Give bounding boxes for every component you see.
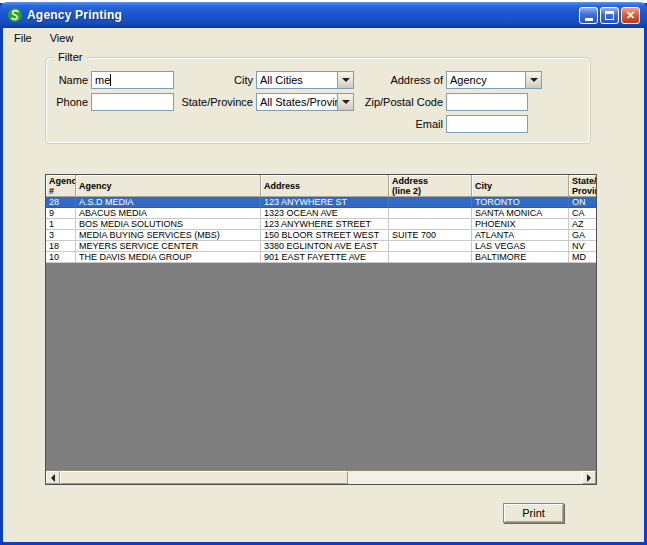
scroll-left-button[interactable] <box>46 471 60 484</box>
scroll-left-arrow-icon <box>51 474 55 482</box>
minimize-icon <box>585 18 593 21</box>
city-dropdown-button[interactable] <box>337 72 353 88</box>
address-of-label: Address of <box>373 74 443 86</box>
table-cell: LAS VEGAS <box>472 241 569 252</box>
name-input[interactable] <box>91 71 174 89</box>
table-cell: PHOENIX <box>472 219 569 230</box>
horizontal-scrollbar[interactable] <box>46 470 596 484</box>
table-cell: SUITE 700 <box>389 230 472 241</box>
city-select-value: All Cities <box>257 74 337 86</box>
table-cell: ON <box>569 197 596 208</box>
table-cell: A.S.D MEDIA <box>76 197 261 208</box>
scrollbar-thumb[interactable] <box>60 471 348 484</box>
table-cell: CA <box>569 208 596 219</box>
table-row[interactable]: 9ABACUS MEDIA1323 OCEAN AVESANTA MONICAC… <box>46 208 596 219</box>
phone-label: Phone <box>23 96 88 108</box>
close-icon: ✕ <box>626 10 635 21</box>
table-cell <box>389 208 472 219</box>
table-cell: 3380 EGLINTON AVE EAST <box>261 241 389 252</box>
email-label: Email <box>373 118 443 130</box>
column-header-agency[interactable]: Agency <box>76 175 261 197</box>
address-of-select[interactable]: Agency <box>446 71 542 89</box>
table-cell: 3 <box>46 230 76 241</box>
scroll-right-button[interactable] <box>582 471 596 484</box>
title-bar: Agency Printing ✕ <box>0 2 647 28</box>
table-row[interactable]: 10THE DAVIS MEDIA GROUP901 EAST FAYETTE … <box>46 252 596 263</box>
agency-table: Agency # Agency Address Address (line 2)… <box>45 174 597 485</box>
table-body: 28A.S.D MEDIA123 ANYWHERE STTORONTOON9AB… <box>46 197 596 263</box>
column-header-agency-number[interactable]: Agency # <box>46 175 76 197</box>
table-cell: 901 EAST FAYETTE AVE <box>261 252 389 263</box>
table-cell <box>389 252 472 263</box>
column-header-label: Address <box>392 176 468 186</box>
table-cell: 28 <box>46 197 76 208</box>
column-header-state-province[interactable]: State/ Province <box>569 175 596 197</box>
filter-legend: Filter <box>54 51 86 63</box>
state-select[interactable]: All States/Provinces <box>256 93 354 111</box>
name-label: Name <box>23 74 88 86</box>
email-input[interactable] <box>446 115 528 133</box>
address-of-dropdown-button[interactable] <box>525 72 541 88</box>
table-cell <box>389 219 472 230</box>
table-cell: 150 BLOOR STREET WEST <box>261 230 389 241</box>
table-empty-area <box>46 263 596 470</box>
text-caret <box>110 74 111 86</box>
agency-printing-window: Agency Printing ✕ File View Filter Name … <box>0 3 647 545</box>
column-header-address[interactable]: Address <box>261 175 389 197</box>
maximize-icon <box>605 11 614 20</box>
table-row[interactable]: 28A.S.D MEDIA123 ANYWHERE STTORONTOON <box>46 197 596 208</box>
table-cell: NV <box>569 241 596 252</box>
column-header-label: Address <box>264 181 385 191</box>
table-cell: ATLANTA <box>472 230 569 241</box>
address-of-select-value: Agency <box>447 74 525 86</box>
state-select-value: All States/Provinces <box>257 96 337 108</box>
table-cell: THE DAVIS MEDIA GROUP <box>76 252 261 263</box>
menu-item-view[interactable]: View <box>43 30 81 46</box>
column-header-label: State/ <box>572 176 593 186</box>
chevron-down-icon <box>342 78 350 82</box>
table-cell: 1323 OCEAN AVE <box>261 208 389 219</box>
column-header-label: City <box>475 181 565 191</box>
city-label: City <box>183 74 253 86</box>
zip-label: Zip/Postal Code <box>348 96 443 108</box>
table-cell: SANTA MONICA <box>472 208 569 219</box>
table-cell: 123 ANYWHERE STREET <box>261 219 389 230</box>
close-button[interactable]: ✕ <box>621 7 640 24</box>
menu-item-file[interactable]: File <box>7 30 39 46</box>
table-cell: ABACUS MEDIA <box>76 208 261 219</box>
column-header-label: # <box>49 186 72 196</box>
table-cell: 9 <box>46 208 76 219</box>
column-header-address-line2[interactable]: Address (line 2) <box>389 175 472 197</box>
scroll-right-arrow-icon <box>587 474 591 482</box>
column-header-label: (line 2) <box>392 186 468 196</box>
table-cell: BALTIMORE <box>472 252 569 263</box>
table-row[interactable]: 1BOS MEDIA SOLUTIONS123 ANYWHERE STREETP… <box>46 219 596 230</box>
column-header-city[interactable]: City <box>472 175 569 197</box>
app-icon <box>7 7 23 23</box>
table-cell <box>389 197 472 208</box>
table-cell: 123 ANYWHERE ST <box>261 197 389 208</box>
table-cell <box>389 241 472 252</box>
print-button[interactable]: Print <box>503 503 564 523</box>
table-cell: BOS MEDIA SOLUTIONS <box>76 219 261 230</box>
table-row[interactable]: 3MEDIA BUYING SERVICES (MBS)150 BLOOR ST… <box>46 230 596 241</box>
minimize-button[interactable] <box>579 7 598 24</box>
table-cell: AZ <box>569 219 596 230</box>
column-header-label: Agency <box>79 181 257 191</box>
chevron-down-icon <box>530 78 538 82</box>
table-cell: MEDIA BUYING SERVICES (MBS) <box>76 230 261 241</box>
table-row[interactable]: 18MEYERS SERVICE CENTER3380 EGLINTON AVE… <box>46 241 596 252</box>
menu-bar: File View <box>3 28 644 47</box>
window-title: Agency Printing <box>27 8 122 22</box>
table-cell: TORONTO <box>472 197 569 208</box>
table-cell: 18 <box>46 241 76 252</box>
zip-input[interactable] <box>446 93 528 111</box>
table-cell: MD <box>569 252 596 263</box>
maximize-button[interactable] <box>600 7 619 24</box>
column-header-label: Agency <box>49 176 72 186</box>
table-cell: 10 <box>46 252 76 263</box>
column-header-label: Province <box>572 186 593 196</box>
table-cell: 1 <box>46 219 76 230</box>
city-select[interactable]: All Cities <box>256 71 354 89</box>
state-label: State/Province <box>158 96 253 108</box>
